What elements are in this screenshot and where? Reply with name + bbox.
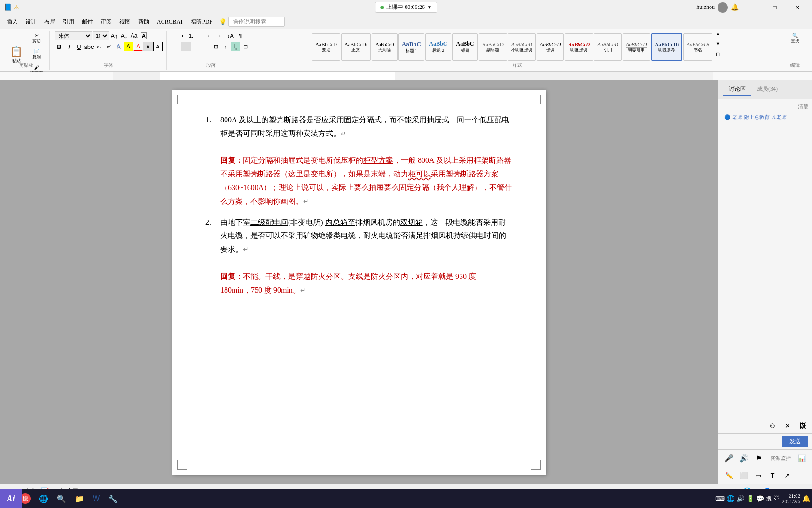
clear-format-button[interactable]: Aa	[129, 31, 139, 40]
find-button[interactable]: 🔍 查找	[788, 31, 802, 46]
clear-label[interactable]: 清楚	[798, 103, 808, 110]
mic-button[interactable]: 🎤	[722, 452, 735, 465]
style-box-subtle-em[interactable]: AaBbCcD 不明显强调	[508, 33, 536, 61]
style-expand[interactable]: ⊡	[713, 49, 723, 59]
monitor-button[interactable]: 📊	[795, 452, 808, 465]
style-box-h1[interactable]: AaBbC 标题 1	[398, 33, 424, 61]
taskbar-ie[interactable]: 🌐	[35, 490, 52, 507]
multilevel-list-button[interactable]: ≡≡	[196, 31, 206, 40]
style-box-title[interactable]: AaBbC 标题	[452, 33, 478, 61]
style-box-intense-quote[interactable]: AaBbCcD 明显引用	[623, 33, 650, 61]
battery-icon[interactable]: 🔋	[746, 495, 754, 503]
menu-foxitpdf[interactable]: 福昕PDF	[187, 16, 216, 28]
search-bar[interactable]: 💡 操作说明搜索	[219, 17, 285, 27]
menu-help[interactable]: 帮助	[134, 16, 153, 28]
taskbar-devtools[interactable]: 🔧	[104, 490, 121, 507]
border-button[interactable]: ⊟	[241, 42, 250, 51]
maximize-button[interactable]: □	[764, 1, 786, 14]
strikethrough-button[interactable]: abc	[84, 42, 94, 51]
taskbar-explorer[interactable]: 📁	[71, 490, 88, 507]
show-marks-button[interactable]: ¶	[236, 31, 245, 40]
font-color-button[interactable]: A	[133, 42, 143, 51]
menu-acrobat[interactable]: ACROBAT	[153, 16, 187, 27]
italic-button[interactable]: I	[64, 42, 74, 51]
delete-button[interactable]: ✕	[782, 420, 793, 431]
eraser-tool-button[interactable]: ⬜	[737, 469, 750, 482]
style-box-active[interactable]: AaBbCcDi 明显参考	[651, 33, 683, 61]
document-area[interactable]: 1. 800A 及以上的塑壳断路器是否应采用固定分隔式，而不能采用抽屉式；同一个…	[0, 80, 718, 484]
sort-button[interactable]: ↕A	[226, 31, 235, 40]
number-list-button[interactable]: 1.	[187, 31, 196, 40]
volume-icon[interactable]: 🔊	[736, 495, 744, 503]
superscript-button[interactable]: x²	[104, 42, 113, 51]
antivirus-icon[interactable]: 🛡	[773, 495, 780, 502]
bullet-list-button[interactable]: ≡•	[177, 31, 186, 40]
style-box-emphasis[interactable]: AaBbCcD 强调	[537, 33, 564, 61]
style-scroll-down[interactable]: ▼	[713, 39, 723, 48]
decrease-indent-button[interactable]: ←≡	[206, 31, 216, 40]
minimize-button[interactable]: ─	[742, 1, 763, 14]
underline-button[interactable]: U	[74, 42, 84, 51]
close-button[interactable]: ✕	[787, 1, 808, 14]
shading-button[interactable]: ░	[231, 42, 240, 51]
cut-button[interactable]: ✂ 剪切	[27, 31, 46, 46]
style-box-h2[interactable]: AaBbC 标题 2	[425, 33, 451, 61]
send-button[interactable]: 发送	[782, 436, 808, 447]
wechat-icon[interactable]: 💬	[756, 495, 764, 503]
emoji-button[interactable]: ☺	[767, 420, 778, 431]
image-insert-button[interactable]: 🖼	[797, 420, 808, 431]
style-box-subtitle[interactable]: AaBbCcD 副标题	[479, 33, 507, 61]
lesson-badge[interactable]: 上课中 00:06:26 ▼	[375, 2, 437, 13]
align-right-button[interactable]: ≡	[191, 42, 201, 51]
taskbar-word[interactable]: W	[89, 490, 103, 507]
draw-tool-button[interactable]: ✏️	[722, 469, 735, 482]
font-grow-button[interactable]: A↑	[109, 31, 119, 40]
keyboard-icon[interactable]: ⌨	[715, 495, 725, 503]
speaker-button[interactable]: 🔊	[737, 452, 750, 465]
tab-discussion[interactable]: 讨论区	[723, 83, 751, 96]
style-box-yaodian[interactable]: AaBbCcD 要点	[312, 33, 340, 61]
menu-view[interactable]: 视图	[116, 16, 134, 28]
font-name-select[interactable]: 宋体	[55, 31, 92, 40]
rect-tool-button[interactable]: ▭	[751, 469, 765, 482]
sougouinput-icon[interactable]: 搜	[766, 495, 772, 503]
copy-button[interactable]: 📄 复制	[27, 47, 46, 62]
bold-button[interactable]: B	[55, 42, 64, 51]
style-box-book[interactable]: AaBbCcDi 书名	[683, 33, 712, 61]
dropdown-arrow[interactable]: ▼	[427, 5, 432, 10]
font-shrink-button[interactable]: A↓	[119, 31, 129, 40]
increase-indent-button[interactable]: →≡	[216, 31, 226, 40]
style-box-no-space[interactable]: AaBbCcD 无间隔	[372, 33, 398, 61]
text-tool-button[interactable]: T	[766, 469, 779, 482]
align-left-button[interactable]: ≡	[172, 42, 181, 51]
style-box-intense-em[interactable]: AaBbCcD 明显强调	[565, 33, 593, 61]
style-scroll-up[interactable]: ▲	[713, 31, 723, 38]
char-border-button[interactable]: A	[153, 42, 163, 51]
notifications-icon[interactable]: 🔔	[731, 3, 739, 11]
ai-label[interactable]: Ai	[0, 489, 22, 508]
font-size-select[interactable]: 10	[93, 31, 109, 40]
subscript-button[interactable]: x₂	[94, 42, 103, 51]
column-layout-button[interactable]: ⊞	[211, 42, 220, 51]
justify-button[interactable]: ≡	[201, 42, 211, 51]
more-tools-button[interactable]: ···	[795, 469, 808, 482]
link-2c[interactable]: 双切箱	[400, 218, 423, 226]
link-2b[interactable]: 内总箱至	[325, 218, 355, 226]
text-effect-button[interactable]: A	[114, 42, 123, 51]
menu-references[interactable]: 引用	[59, 16, 78, 28]
highlight-button[interactable]: A	[124, 42, 133, 51]
taskbar-search[interactable]: 🔍	[53, 490, 70, 507]
align-center-button[interactable]: ≡	[181, 42, 191, 51]
tab-members[interactable]: 成员(34)	[751, 83, 783, 96]
notifications-tray[interactable]: 🔔	[802, 495, 810, 503]
document-content[interactable]: 1. 800A 及以上的塑壳断路器是否应采用固定分隔式，而不能采用抽屉式；同一个…	[205, 113, 513, 297]
search-text[interactable]: 操作说明搜索	[228, 17, 285, 27]
network-icon[interactable]: 🌐	[726, 495, 734, 503]
arrow-tool-button[interactable]: ↗	[781, 469, 794, 482]
flag-button[interactable]: ⚑	[752, 452, 765, 465]
style-box-zhengwen[interactable]: AaBbCcDi 正文	[341, 33, 371, 61]
link-2a[interactable]: 二级配电间	[250, 218, 288, 226]
menu-insert[interactable]: 插入	[3, 16, 22, 28]
line-spacing-button[interactable]: ↕	[221, 42, 230, 51]
change-case-button[interactable]: A	[139, 31, 148, 40]
